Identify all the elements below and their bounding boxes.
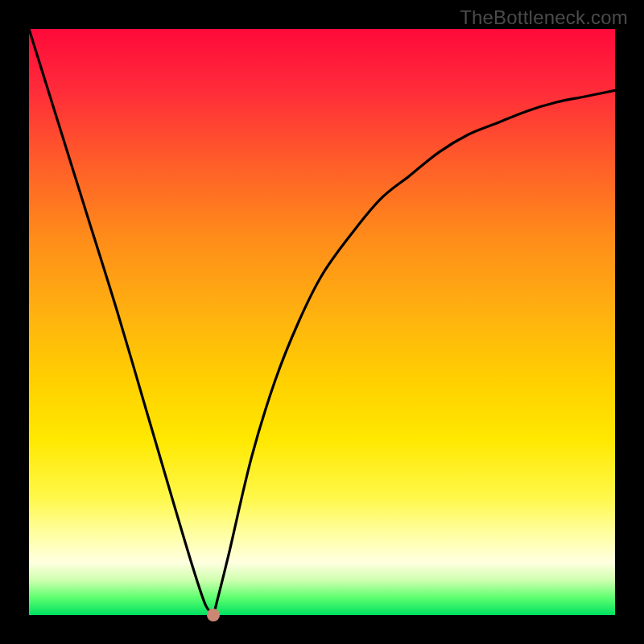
optimum-marker xyxy=(207,609,220,621)
curve-layer xyxy=(29,29,615,615)
bottleneck-curve xyxy=(29,29,615,615)
plot-area xyxy=(29,29,615,615)
attribution-text: TheBottleneck.com xyxy=(460,6,628,29)
chart-frame: TheBottleneck.com xyxy=(0,0,644,644)
